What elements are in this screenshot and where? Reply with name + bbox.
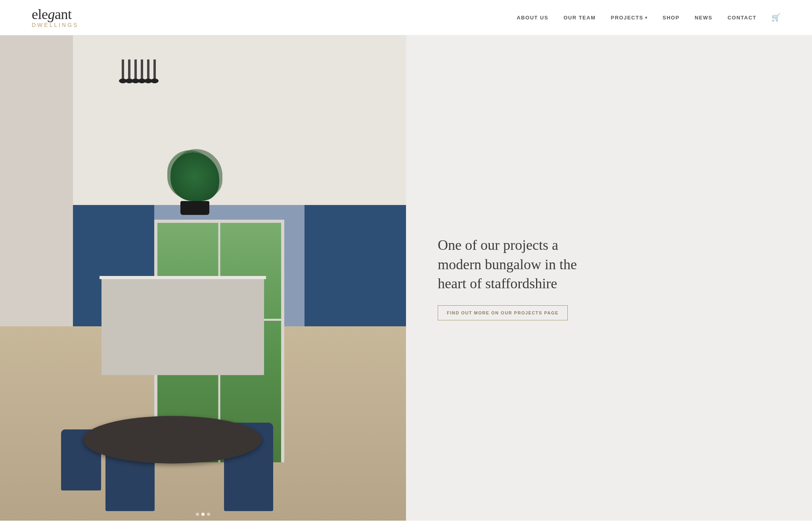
logo-brand: elegant [32,7,79,21]
pendant-light-1 [122,59,124,83]
dining-table-surface [83,416,262,464]
carousel-dot-3[interactable] [207,513,210,516]
nav-projects[interactable]: PROJECTS ▾ [611,15,647,21]
main-content: One of our projects a modern bungalow in… [0,35,812,521]
site-header: elegant DWELLINGS ABOUT US OUR TEAM PROJ… [0,0,812,35]
nav-projects-label: PROJECTS [611,15,643,21]
cart-icon[interactable]: 🛒 [772,13,780,22]
pendant-light-6 [153,59,156,83]
nav-contact[interactable]: CONTACT [728,15,756,21]
logo-sub: DWELLINGS [32,22,79,28]
nav-about-us[interactable]: ABOUT US [517,15,548,21]
chevron-down-icon: ▾ [645,15,648,20]
plant-decoration [170,152,219,215]
nav-our-team[interactable]: OUR TEAM [563,15,596,21]
carousel-dot-1[interactable] [196,513,199,516]
hero-image-panel [0,35,406,521]
pendant-light-3 [134,59,137,83]
pendant-light-4 [141,59,143,83]
main-nav: ABOUT US OUR TEAM PROJECTS ▾ SHOP NEWS C… [517,13,780,22]
hero-heading: One of our projects a modern bungalow in… [438,236,604,293]
logo[interactable]: elegant DWELLINGS [32,7,79,28]
kitchen-island [102,278,264,375]
room-scene [0,35,406,521]
dining-area [61,375,284,511]
pendant-light-5 [147,59,149,83]
hero-text-panel: One of our projects a modern bungalow in… [406,35,812,521]
pendant-lights [122,59,156,83]
plant-pot-vessel [180,201,210,215]
nav-news[interactable]: NEWS [695,15,712,21]
nav-shop[interactable]: SHOP [663,15,680,21]
plant-leaves [170,152,219,201]
cta-projects-button[interactable]: FIND OUT MORE ON OUR PROJECTS PAGE [438,305,568,320]
island-top [100,276,266,279]
carousel-dot-2[interactable] [201,513,205,516]
carousel-dots [196,513,210,516]
pendant-light-2 [128,59,130,83]
